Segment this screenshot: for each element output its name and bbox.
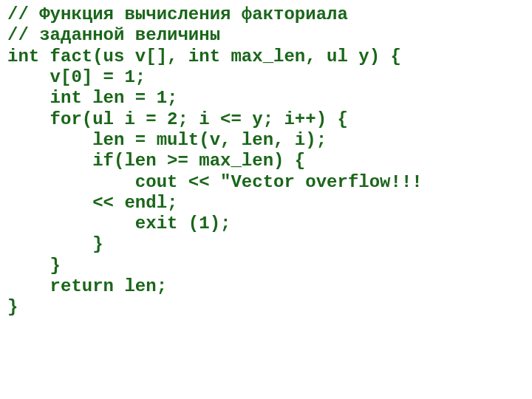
code-block: // Функция вычисления факториала // зада…: [0, 0, 532, 323]
